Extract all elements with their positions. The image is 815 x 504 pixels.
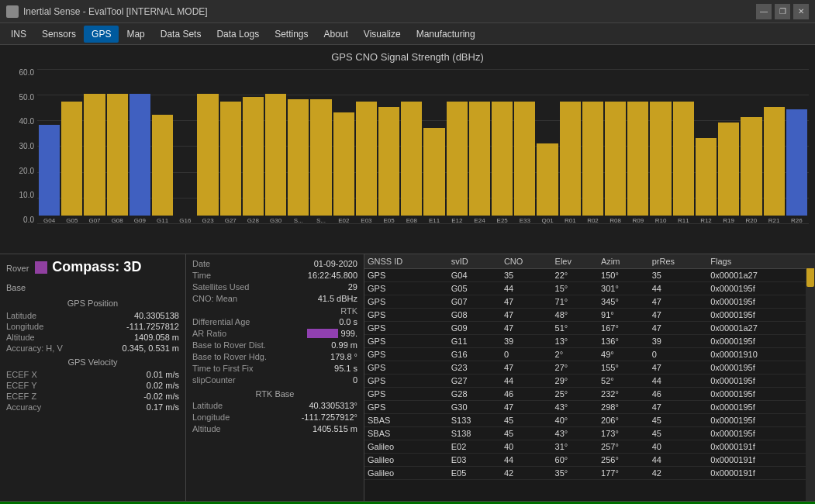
bar-label: R21: [768, 217, 780, 224]
bar-G09: [130, 94, 150, 216]
cell-cno: 45: [501, 414, 552, 427]
bar-G08: [107, 94, 128, 216]
cell-svId: G07: [448, 295, 501, 309]
bar-G30: [265, 94, 286, 216]
bar-group: G23: [197, 94, 218, 224]
cell-elev: 29°: [552, 375, 598, 388]
bar-group: E11: [423, 128, 444, 224]
menu-item-visualize[interactable]: Visualize: [356, 26, 409, 43]
app-icon: [6, 5, 19, 18]
col-pr-res: prRes: [649, 254, 708, 269]
menu-item-ins[interactable]: INS: [3, 26, 34, 43]
bar-E33: [514, 102, 535, 216]
cell-elev: 27°: [552, 361, 598, 375]
cell-svId: S133: [448, 414, 501, 427]
bar-E24: [469, 102, 490, 216]
cell-elev: 2°: [552, 348, 598, 361]
y-axis-label: 40.0: [19, 118, 34, 126]
cell-elev: 43°: [552, 401, 598, 414]
diff-age-row: Differential Age 0.0 s: [192, 317, 357, 326]
cell-elev: 15°: [552, 282, 598, 295]
cell-azim: 52°: [598, 375, 649, 388]
bar-label: G23: [202, 217, 213, 224]
bar-group: E03: [356, 102, 377, 224]
bar-group: G08: [107, 94, 128, 224]
cell-azim: 177°: [598, 467, 649, 480]
cell-gnssId: GPS: [364, 295, 448, 309]
cell-gnssId: Galileo: [364, 440, 448, 454]
cell-prRes: 47: [649, 309, 708, 322]
bar-label: E24: [474, 217, 485, 224]
y-axis-label: 0.0: [23, 216, 34, 224]
base-lat-row: Latitude 40.3305313°: [192, 401, 357, 410]
restore-button[interactable]: ❐: [775, 4, 790, 19]
bar-G27: [220, 102, 241, 216]
cell-svId: E05: [448, 467, 501, 480]
cell-svId: G16: [448, 348, 501, 361]
cell-azim: 173°: [598, 427, 649, 440]
bar-R08: [605, 102, 626, 216]
bar-label: R01: [565, 217, 576, 224]
menu-item-map[interactable]: Map: [119, 26, 152, 43]
cell-flags: 0x00001a27: [707, 322, 815, 335]
cell-flags: 0x0000195f: [707, 335, 815, 348]
bar-label: S...: [316, 217, 326, 224]
cell-prRes: 44: [649, 375, 708, 388]
cell-elev: 40°: [552, 414, 598, 427]
cell-azim: 136°: [598, 335, 649, 348]
minimize-button[interactable]: —: [756, 4, 772, 19]
cell-flags: 0x0000191f: [707, 440, 815, 454]
bar-label: G04: [43, 217, 55, 224]
date-row: Date 01-09-2020: [192, 259, 357, 268]
menu-item-manufacturing[interactable]: Manufacturing: [409, 26, 483, 43]
cell-flags: 0x0000195f: [707, 361, 815, 375]
cell-flags: 0x0000195f: [707, 375, 815, 388]
slip-counter-row: slipCounter 0: [192, 375, 357, 385]
menu-item-data-logs[interactable]: Data Logs: [209, 26, 267, 43]
menu-bar: INSSensorsGPSMapData SetsData LogsSettin…: [0, 23, 815, 45]
cell-gnssId: Galileo: [364, 454, 448, 467]
cell-gnssId: GPS: [364, 335, 448, 348]
title-bar-left: Inertial Sense - EvalTool [INTERNAL MODE…: [6, 5, 208, 18]
cell-gnssId: GPS: [364, 309, 448, 322]
bar-R20: [741, 117, 761, 216]
table-row: SBASS1384543°173°450x0000195f: [364, 427, 815, 440]
rover-label: Rover: [6, 264, 29, 273]
chart-y-axis: 60.050.040.030.020.010.00.0: [6, 69, 37, 224]
cell-svId: G05: [448, 282, 501, 295]
cell-prRes: 47: [649, 295, 708, 309]
cell-elev: 51°: [552, 322, 598, 335]
bar-group: R01: [560, 102, 581, 224]
scroll-bar[interactable]: [806, 254, 815, 501]
base-lon-row: Longitude -111.7257912°: [192, 413, 357, 422]
altitude-row: Altitude 1409.058 m: [6, 333, 179, 342]
menu-item-data-sets[interactable]: Data Sets: [153, 26, 209, 43]
ar-ratio-bar: [307, 329, 338, 338]
menu-item-settings[interactable]: Settings: [267, 26, 316, 43]
menu-item-gps[interactable]: GPS: [84, 26, 119, 43]
close-button[interactable]: ✕: [793, 4, 809, 19]
cell-flags: 0x0000195f: [707, 401, 815, 414]
base-rover-hdg-value: 179.8 °: [330, 352, 357, 361]
col-azim: Azim: [598, 254, 649, 269]
cell-elev: 71°: [552, 295, 598, 309]
y-axis-label: 20.0: [19, 167, 34, 175]
cell-prRes: 0: [649, 348, 708, 361]
menu-item-about[interactable]: About: [316, 26, 356, 43]
cell-prRes: 40: [649, 440, 708, 454]
bar-group: E33: [514, 102, 535, 224]
chart-main: G04G05G07G08G09G11G16G23G27G28G30S...S..…: [37, 66, 809, 244]
menu-item-sensors[interactable]: Sensors: [34, 26, 84, 43]
bar-S...: [288, 99, 309, 216]
table-row: GPSG054415°301°440x0000195f: [364, 282, 815, 295]
bar-group: E24: [469, 102, 490, 224]
cell-flags: 0x0000195f: [707, 282, 815, 295]
cell-gnssId: GPS: [364, 361, 448, 375]
bar-label: R02: [587, 217, 599, 224]
ecef-z-value: -0.02 m/s: [143, 392, 179, 401]
longitude-row: Longitude -111.7257812: [6, 322, 179, 331]
bar-label: G08: [112, 217, 123, 224]
table-container[interactable]: GNSS ID svID CNO Elev Azim prRes Flags G…: [364, 254, 815, 501]
bar-group: R20: [741, 117, 761, 224]
bar-E25: [492, 102, 513, 216]
